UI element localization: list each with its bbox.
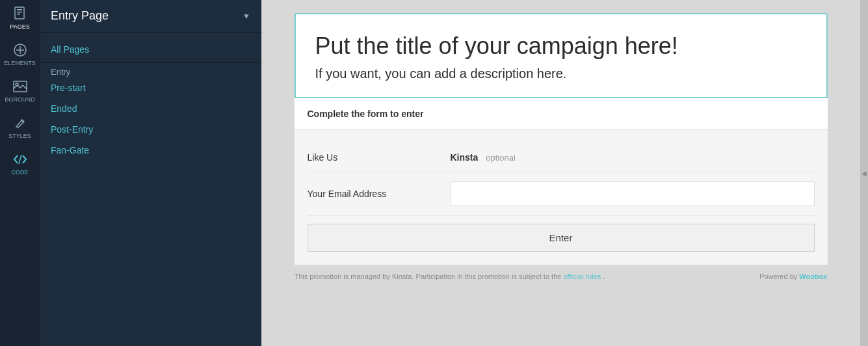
- official-rules-link[interactable]: official rules: [563, 273, 601, 280]
- sidebar-item-elements[interactable]: ELEMENTS: [0, 36, 40, 73]
- styles-label: STYLES: [8, 133, 31, 139]
- nav-all-pages[interactable]: All Pages: [40, 39, 261, 60]
- brand-name: Kinsta: [451, 152, 479, 163]
- main-content: Put the title of your campaign here! If …: [261, 0, 860, 346]
- email-field-wrapper: [451, 181, 815, 206]
- svg-point-8: [16, 83, 18, 86]
- nav-pre-start[interactable]: Pre-start: [40, 77, 261, 98]
- form-section: Complete the form to enter Like Us Kinst…: [295, 98, 828, 265]
- sidebar-item-bground[interactable]: BGROUND: [0, 73, 40, 109]
- email-input[interactable]: [451, 181, 815, 206]
- svg-rect-0: [15, 7, 24, 19]
- svg-line-10: [19, 155, 21, 164]
- elements-icon: [13, 43, 27, 57]
- code-icon: [13, 152, 27, 166]
- sidebar-header: Entry Page ▼: [40, 0, 261, 33]
- nav-post-entry[interactable]: Post-Entry: [40, 119, 261, 140]
- elements-label: ELEMENTS: [4, 60, 36, 66]
- footer-powered: Powered by Woobox: [759, 273, 827, 280]
- styles-icon: [13, 116, 27, 130]
- nav-fan-gate[interactable]: Fan-Gate: [40, 140, 261, 161]
- form-header: Complete the form to enter: [295, 98, 828, 130]
- campaign-title: Put the title of your campaign here!: [315, 33, 807, 60]
- icon-bar: PAGES ELEMENTS BGROUND STY: [0, 0, 40, 346]
- collapse-handle[interactable]: ◀: [860, 0, 868, 346]
- form-row-like-us: Like Us Kinsta optional: [308, 143, 815, 172]
- sidebar: Entry Page ▼ All Pages Entry Pre-start E…: [40, 0, 261, 346]
- like-us-label: Like Us: [308, 152, 451, 163]
- powered-by-text: Powered by: [759, 273, 797, 280]
- nav-ended[interactable]: Ended: [40, 98, 261, 119]
- pages-icon: [13, 7, 27, 21]
- svg-rect-3: [17, 14, 20, 15]
- like-us-field: Kinsta optional: [451, 152, 815, 163]
- footer-text: This promotion is managed by Kinsta. Par…: [295, 273, 605, 280]
- woobox-link[interactable]: Woobox: [799, 273, 827, 280]
- form-submit-row: Enter: [308, 216, 815, 252]
- bground-label: BGROUND: [5, 96, 34, 103]
- pages-label: PAGES: [10, 23, 29, 30]
- submit-button[interactable]: Enter: [308, 224, 815, 252]
- bground-icon: [13, 79, 27, 94]
- sidebar-item-pages[interactable]: PAGES: [0, 0, 40, 36]
- nav-section-entry: Entry: [40, 59, 81, 79]
- email-label: Your Email Address: [308, 189, 451, 199]
- footer-main-text: This promotion is managed by Kinsta. Par…: [295, 273, 562, 280]
- form-row-email: Your Email Address: [308, 172, 815, 216]
- sidebar-item-code[interactable]: CODE: [0, 146, 40, 182]
- code-label: CODE: [11, 169, 28, 176]
- campaign-description: If you want, you can add a description h…: [315, 66, 807, 81]
- footer-end-text: .: [603, 273, 605, 280]
- footer-bar: This promotion is managed by Kinsta. Par…: [295, 265, 828, 283]
- svg-rect-2: [17, 12, 22, 13]
- optional-label: optional: [486, 153, 516, 163]
- svg-rect-1: [17, 9, 22, 10]
- sidebar-nav: All Pages Entry Pre-start Ended Post-Ent…: [40, 33, 261, 167]
- campaign-card: Put the title of your campaign here! If …: [295, 13, 828, 98]
- sidebar-title: Entry Page: [51, 9, 109, 23]
- sidebar-item-styles[interactable]: STYLES: [0, 109, 40, 146]
- form-body: Like Us Kinsta optional Your Email Addre…: [295, 130, 828, 265]
- sidebar-dropdown-icon[interactable]: ▼: [243, 12, 250, 21]
